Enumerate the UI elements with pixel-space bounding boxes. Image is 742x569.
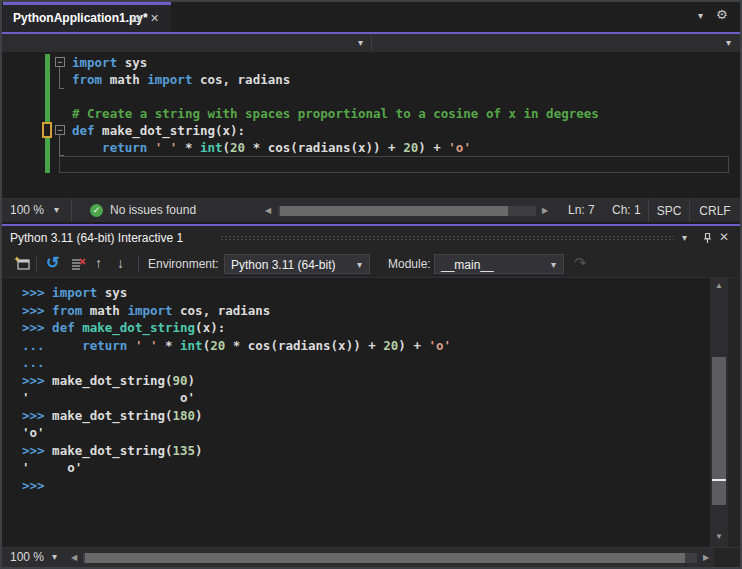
spaces-indicator[interactable]: SPC — [648, 199, 689, 223]
code-line: >>> make_dot_string(135) — [22, 442, 708, 460]
check-icon: ✓ — [93, 205, 101, 215]
environment-label: Environment: — [148, 257, 219, 271]
new-interactive-window-icon[interactable] — [14, 256, 31, 275]
editor-zoom-dropdown[interactable]: 100 % ▾ — [2, 199, 72, 223]
eol-indicator[interactable]: CRLF — [689, 199, 740, 223]
visual-studio-window: PythonApplication1.py* ✕ ▾ ⚙ ▾ ▾ − − — [0, 0, 742, 569]
fold-outline-def — [59, 135, 64, 156]
code-line: 'o' — [22, 424, 708, 442]
titlebar-drag-dots — [220, 235, 674, 242]
code-line: ... — [22, 354, 708, 372]
member-dropdown[interactable]: ▾ — [372, 34, 740, 52]
eol-label: CRLF — [699, 204, 730, 218]
repl-title-bar[interactable]: Python 3.11 (64-bit) Interactive 1 ▾ ✕ — [2, 226, 740, 250]
vscroll-caret-marker — [712, 479, 726, 481]
repl-vscrollbar[interactable]: ▲ ▼ — [710, 278, 728, 547]
column-indicator: Ch: 1 — [612, 203, 641, 217]
close-icon[interactable]: ✕ — [150, 12, 159, 25]
repl-code-lines: >>> import sys>>> from math import cos, … — [22, 284, 708, 494]
close-icon[interactable]: ✕ — [719, 230, 729, 244]
repl-toolbar: ↺ ↑ ↓ Environment: Python 3.11 (64-bit) … — [2, 250, 740, 278]
repl-zoom-value: 100 % — [10, 550, 44, 564]
tab-list-chevron-icon[interactable]: ▾ — [698, 11, 703, 21]
repl-status-bar: 100 % ▾ ◀ ▶ — [2, 547, 740, 567]
window-position-chevron-icon[interactable]: ▾ — [682, 233, 687, 243]
pin-icon[interactable] — [131, 13, 143, 28]
code-line: from math import cos, radians — [72, 71, 728, 88]
editor-code-lines: import sysfrom math import cos, radians#… — [72, 54, 728, 173]
code-line: >>> import sys — [22, 284, 708, 302]
status-right-gutter — [714, 548, 740, 568]
tab-pythonapplication1[interactable]: PythonApplication1.py* ✕ — [3, 2, 171, 32]
environment-dropdown[interactable]: Python 3.11 (64-bit) ▾ — [224, 254, 370, 274]
code-line: import sys — [72, 54, 728, 71]
repl-hscrollbar[interactable] — [83, 553, 697, 563]
fold-box-def[interactable]: − — [55, 125, 65, 135]
chevron-down-icon: ▾ — [54, 205, 59, 215]
type-dropdown[interactable]: ▾ — [2, 34, 371, 52]
repl-output-area[interactable]: >>> import sys>>> from math import cos, … — [2, 278, 740, 547]
clear-screen-icon[interactable] — [70, 256, 86, 275]
change-bar-saved — [45, 54, 50, 173]
code-line — [72, 88, 728, 105]
chevron-down-icon: ▾ — [726, 38, 731, 48]
hscroll-right-arrow[interactable]: ▶ — [542, 207, 548, 215]
history-previous-icon[interactable]: ↑ — [95, 255, 102, 271]
chevron-down-icon: ▾ — [357, 260, 362, 270]
code-editor[interactable]: − − import sysfrom math import cos, radi… — [2, 52, 740, 198]
vscroll-down-arrow[interactable]: ▼ — [715, 533, 723, 541]
module-dropdown[interactable]: __main__ ▾ — [434, 254, 564, 274]
change-bar-unsaved-marker — [42, 122, 52, 138]
code-line: ' o' — [22, 459, 708, 477]
chevron-down-icon: ▾ — [358, 38, 363, 48]
editor-hscrollbar-thumb[interactable] — [280, 206, 508, 216]
minus-icon: − — [57, 125, 62, 135]
code-line: # Create a string with spaces proportion… — [72, 105, 728, 122]
editor-status-bar: 100 % ▾ ✓ No issues found ◀ ▶ Ln: 7 Ch: … — [2, 198, 740, 222]
history-next-icon[interactable]: ↓ — [117, 255, 124, 271]
code-line: ... return ' ' * int(20 * cos(radians(x)… — [22, 337, 708, 355]
vscroll-up-arrow[interactable]: ▲ — [715, 282, 723, 290]
repl-zoom-dropdown[interactable]: 100 % ▾ — [2, 548, 68, 568]
resubmit-icon-disabled: ↷ — [574, 254, 587, 272]
chevron-down-icon: ▾ — [52, 552, 57, 562]
spaces-label: SPC — [657, 204, 682, 218]
repl-vscrollbar-thumb[interactable] — [712, 357, 726, 505]
hscroll-left-arrow[interactable]: ◀ — [265, 207, 271, 215]
chevron-down-icon: ▾ — [551, 260, 556, 270]
tab-bar: PythonApplication1.py* ✕ ▾ ⚙ — [2, 2, 740, 32]
code-line: def make_dot_string(x): — [72, 122, 728, 139]
repl-hscrollbar-thumb[interactable] — [85, 553, 685, 563]
repl-title: Python 3.11 (64-bit) Interactive 1 — [10, 231, 183, 245]
tab-title: PythonApplication1.py* — [13, 11, 148, 25]
code-line — [72, 156, 728, 173]
repl-right-gutter — [728, 278, 740, 547]
code-line: >>> make_dot_string(180) — [22, 407, 708, 425]
navigation-bar: ▾ ▾ — [2, 34, 740, 52]
code-line: >>> from math import cos, radians — [22, 302, 708, 320]
fold-box-import[interactable]: − — [55, 57, 65, 67]
issues-status-label[interactable]: No issues found — [110, 203, 196, 217]
gear-icon[interactable]: ⚙ — [716, 7, 728, 22]
editor-hscrollbar[interactable] — [278, 206, 536, 216]
reset-repl-icon[interactable]: ↺ — [46, 253, 59, 272]
toolbar-separator — [138, 256, 139, 272]
module-label: Module: — [388, 257, 431, 271]
module-value: __main__ — [441, 258, 494, 272]
no-issues-check-icon[interactable]: ✓ — [90, 204, 103, 217]
editor-zoom-value: 100 % — [10, 203, 44, 217]
environment-value: Python 3.11 (64-bit) — [231, 258, 336, 272]
hscroll-right-arrow[interactable]: ▶ — [703, 554, 709, 562]
toolbar-separator — [36, 256, 37, 272]
code-line: >>> def make_dot_string(x): — [22, 319, 708, 337]
code-line: >>> make_dot_string(90) — [22, 372, 708, 390]
code-line: >>> — [22, 477, 708, 495]
line-indicator: Ln: 7 — [568, 203, 595, 217]
code-line: ' o' — [22, 389, 708, 407]
minus-icon: − — [57, 57, 62, 67]
fold-outline-import — [59, 67, 64, 89]
code-line: return ' ' * int(20 * cos(radians(x)) + … — [72, 139, 728, 156]
pin-icon[interactable] — [701, 231, 714, 248]
hscroll-left-arrow[interactable]: ◀ — [71, 554, 77, 562]
